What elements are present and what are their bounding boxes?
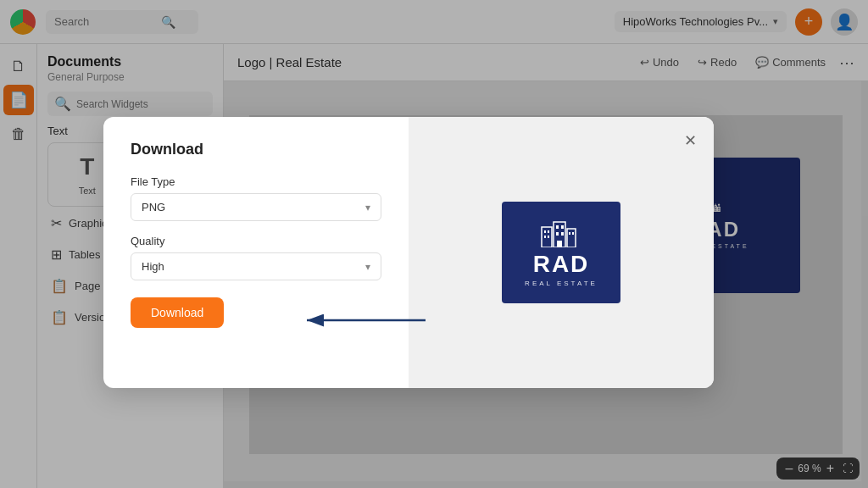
download-button[interactable]: Download <box>131 297 224 328</box>
svg-rect-9 <box>561 225 564 229</box>
modal-backdrop[interactable]: Download File Type PNG ▾ Quality High ▾ … <box>0 0 868 488</box>
svg-rect-13 <box>567 229 576 247</box>
file-type-label: File Type <box>131 175 381 188</box>
quality-label: Quality <box>131 235 381 247</box>
svg-rect-11 <box>561 232 564 236</box>
file-type-select[interactable]: PNG ▾ <box>131 193 381 221</box>
svg-rect-2 <box>542 227 552 247</box>
download-dialog: Download File Type PNG ▾ Quality High ▾ … <box>103 117 714 388</box>
chevron-down-icon: ▾ <box>365 202 370 214</box>
quality-value: High <box>142 260 164 273</box>
chevron-down-icon: ▾ <box>365 261 370 273</box>
logo-sub-text: REAL ESTATE <box>525 280 598 287</box>
file-type-value: PNG <box>142 201 165 214</box>
dialog-close-button[interactable]: ✕ <box>678 129 702 152</box>
svg-rect-12 <box>557 241 562 247</box>
svg-rect-4 <box>548 230 549 233</box>
logo-card-preview: RAD REAL ESTATE <box>502 202 620 303</box>
svg-rect-6 <box>548 236 549 238</box>
svg-rect-8 <box>556 225 559 229</box>
building-svg <box>540 219 582 247</box>
svg-rect-14 <box>569 232 570 235</box>
svg-rect-5 <box>544 236 546 238</box>
svg-rect-15 <box>572 232 574 235</box>
dialog-right: RAD REAL ESTATE <box>409 117 714 388</box>
logo-brand-text: RAD <box>533 251 590 278</box>
dialog-title: Download <box>131 141 381 158</box>
svg-rect-3 <box>544 230 546 233</box>
svg-rect-10 <box>556 232 559 236</box>
quality-select[interactable]: High ▾ <box>131 252 381 280</box>
dialog-left: Download File Type PNG ▾ Quality High ▾ … <box>103 117 409 388</box>
